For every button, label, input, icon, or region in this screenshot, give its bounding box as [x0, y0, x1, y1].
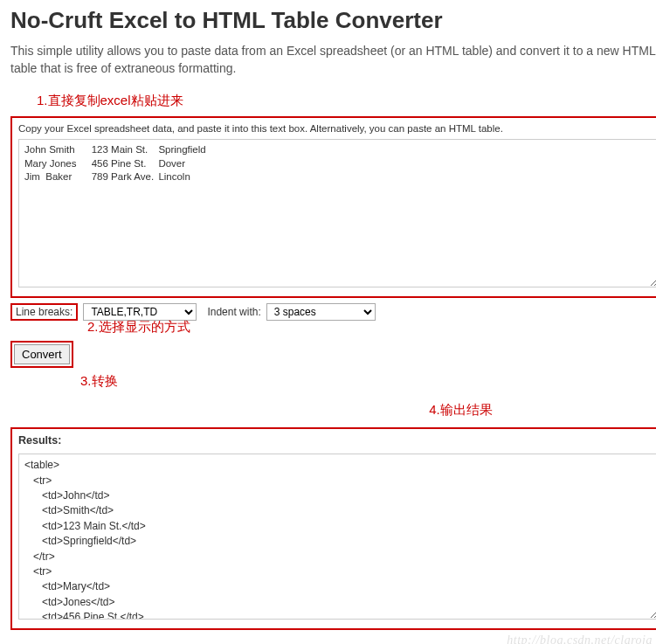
page-description: This simple utility allows you to paste … [10, 43, 656, 77]
controls-row: Line breaks: TABLE,TR,TD Indent with: 3 … [10, 303, 656, 321]
watermark-text: http://blog.csdn.net/claroja [507, 634, 653, 644]
results-label: Results: [18, 434, 656, 447]
linebreaks-label-box: Line breaks: [10, 303, 78, 321]
results-section-box: Results: [10, 427, 656, 630]
convert-button-box: Convert [10, 341, 73, 368]
input-section-box: Copy your Excel spreadsheet data, and pa… [10, 116, 656, 298]
results-textarea[interactable] [18, 454, 656, 620]
excel-input-textarea[interactable] [18, 139, 656, 287]
indent-select[interactable]: 3 spaces [266, 303, 376, 321]
input-instructions: Copy your Excel spreadsheet data, and pa… [18, 123, 656, 134]
annotation-1: 1.直接复制excel粘贴进来 [37, 93, 656, 109]
annotation-3: 3.转换 [80, 373, 656, 390]
convert-button[interactable]: Convert [14, 344, 70, 364]
indent-label: Indent with: [207, 306, 260, 318]
page-title: No-Cruft Excel to HTML Table Converter [10, 7, 656, 34]
annotation-2: 2.选择显示的方式 [87, 319, 656, 336]
linebreaks-select[interactable]: TABLE,TR,TD [83, 303, 197, 321]
annotation-4: 4.输出结果 [255, 402, 656, 419]
linebreaks-label: Line breaks: [16, 306, 73, 318]
